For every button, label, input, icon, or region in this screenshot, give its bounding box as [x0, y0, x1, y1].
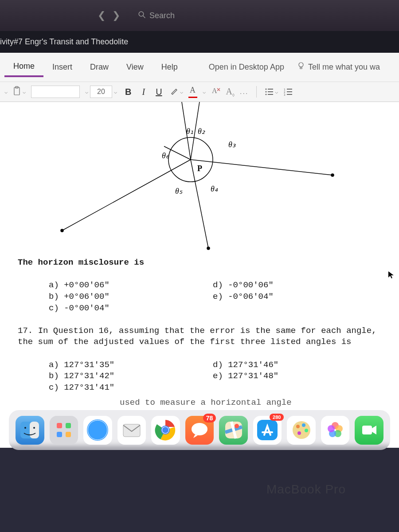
dock-paint[interactable]: [287, 416, 316, 445]
dock-maps[interactable]: [219, 416, 248, 445]
open-desktop-app[interactable]: Open in Desktop App: [209, 63, 284, 72]
highlight-dropdown[interactable]: ⌵: [170, 87, 183, 97]
numbered-list-dropdown[interactable]: 123: [284, 88, 293, 96]
forward-icon[interactable]: ❯: [112, 10, 120, 21]
badge-280: 280: [270, 414, 284, 421]
svg-rect-30: [30, 422, 39, 438]
svg-point-6: [266, 89, 267, 90]
q16-a: a) +0°00'06": [49, 280, 213, 291]
q16-e: e) -0°06'04": [213, 291, 377, 303]
svg-point-26: [207, 247, 210, 250]
svg-line-23: [62, 160, 191, 231]
lightbulb-icon: [297, 62, 305, 73]
window-title: ivity#7 Engr's Transit and Theodolite: [0, 37, 128, 46]
clear-format-letter[interactable]: A◊: [226, 86, 235, 98]
svg-rect-15: [287, 91, 292, 92]
badge-78: 78: [203, 414, 216, 422]
font-color-dropdown[interactable]: A: [188, 86, 197, 98]
tab-view[interactable]: View: [117, 58, 153, 76]
tab-draw[interactable]: Draw: [81, 58, 117, 76]
svg-point-46: [235, 424, 239, 428]
svg-point-0: [139, 12, 144, 16]
svg-point-22: [331, 174, 334, 176]
q16-c: c) -0°00'04": [49, 303, 213, 314]
theta1-label: θ₁: [186, 126, 193, 136]
theta4-label: θ₄: [211, 184, 218, 194]
font-color-letter: A: [190, 86, 196, 95]
q16-b: b) +0°06'00": [49, 291, 213, 303]
svg-point-10: [266, 94, 267, 95]
svg-point-32: [33, 427, 35, 429]
svg-rect-34: [66, 423, 71, 428]
tell-me[interactable]: Tell me what you wa: [297, 62, 380, 73]
svg-point-31: [24, 427, 26, 429]
clipboard-icon: [13, 86, 21, 98]
theta6-label: θ₆: [162, 151, 169, 160]
back-icon[interactable]: ❮: [98, 10, 106, 21]
q17-a: a) 127°31'35": [49, 360, 213, 371]
q17-c: c) 127°31'41": [49, 382, 213, 394]
dock-launchpad[interactable]: [50, 416, 78, 445]
italic-button[interactable]: I: [139, 86, 148, 98]
dock-mail[interactable]: [117, 416, 146, 445]
font-color-chevron[interactable]: ⌵: [203, 89, 206, 95]
svg-rect-11: [268, 94, 273, 95]
svg-rect-58: [362, 426, 372, 434]
svg-line-21: [191, 160, 332, 175]
svg-text:A: A: [212, 87, 217, 94]
dock-safari[interactable]: [83, 416, 112, 445]
dock-finder[interactable]: [16, 416, 44, 445]
font-size-value[interactable]: 20: [90, 86, 112, 98]
q16-d: d) -0°00'06": [213, 280, 377, 291]
search-area[interactable]: Search: [138, 11, 175, 21]
svg-point-43: [162, 427, 168, 433]
tab-insert[interactable]: Insert: [43, 58, 81, 76]
dock-facetime[interactable]: [355, 416, 383, 445]
tab-home[interactable]: Home: [4, 57, 43, 77]
svg-point-24: [61, 229, 63, 232]
nav-arrows: ❮ ❯: [98, 10, 120, 21]
search-icon: [138, 11, 146, 21]
paste-dropdown[interactable]: ⌵: [13, 86, 26, 98]
svg-rect-47: [257, 420, 278, 440]
tab-help[interactable]: Help: [153, 58, 187, 76]
undo-dropdown[interactable]: ⌵: [4, 89, 8, 95]
dock-chrome[interactable]: [151, 416, 180, 445]
more-button[interactable]: ...: [240, 88, 248, 96]
font-size-dropdown[interactable]: ⌵ 20 ⌵: [85, 86, 117, 98]
q17-text: In Question 16, assuming that the error …: [18, 326, 377, 347]
svg-rect-17: [287, 94, 292, 95]
dock-photos[interactable]: [321, 416, 350, 445]
menu-bar: ❮ ❯ Search: [0, 0, 399, 31]
q17-b: b) 127°31'42": [49, 371, 213, 382]
bold-button[interactable]: B: [122, 86, 134, 98]
svg-point-51: [305, 429, 308, 432]
svg-point-2: [299, 63, 303, 67]
clear-format-icon[interactable]: A: [211, 86, 221, 98]
svg-rect-33: [57, 423, 62, 428]
dock: 78 280: [9, 410, 390, 450]
svg-line-1: [143, 16, 145, 18]
svg-point-8: [266, 91, 267, 93]
font-name-input[interactable]: [31, 86, 80, 98]
angle-diagram: [22, 102, 355, 253]
theta3-label: θ₃: [228, 140, 235, 149]
ribbon-toolbar: ⌵ ⌵ ⌵ 20 ⌵ B I U ⌵ A ⌵ A A◊ ... ⌵ 123: [0, 82, 399, 102]
dock-appstore[interactable]: 280: [253, 416, 282, 445]
underline-button[interactable]: U: [153, 86, 164, 98]
theta2-label: θ₂: [198, 126, 205, 136]
window-title-bar: ivity#7 Engr's Transit and Theodolite: [0, 31, 399, 53]
svg-rect-36: [66, 432, 71, 437]
svg-point-52: [297, 431, 301, 435]
bullet-list-dropdown[interactable]: ⌵: [265, 88, 278, 96]
svg-point-44: [192, 423, 207, 435]
q-misclosure: The horizon misclosure is: [18, 257, 381, 269]
q17-d: d) 127°31'46": [213, 360, 377, 371]
dock-messages[interactable]: 78: [185, 416, 214, 445]
document-text: The horizon misclosure is a) +0°00'06" b…: [18, 257, 381, 408]
ribbon-tabs: Home Insert Draw View Help Open in Deskt…: [0, 53, 399, 82]
svg-rect-39: [123, 424, 140, 437]
pen-icon: [170, 87, 178, 97]
svg-point-57: [328, 425, 335, 432]
cursor-icon: [387, 270, 395, 282]
